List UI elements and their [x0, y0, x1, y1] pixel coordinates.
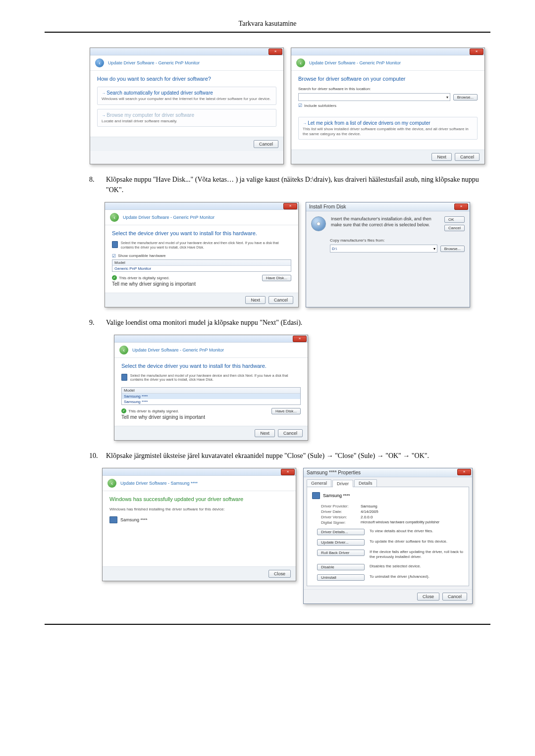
- have-disk-button[interactable]: Have Disk...: [262, 275, 291, 281]
- tab-general[interactable]: General: [307, 479, 331, 487]
- monitor-icon: [312, 492, 320, 499]
- back-icon[interactable]: ‹: [110, 213, 119, 222]
- chevron-down-icon: ▾: [433, 247, 435, 251]
- browse-button[interactable]: Browse...: [453, 94, 478, 101]
- model-listbox[interactable]: Model Samsung **** Samsung ****: [121, 387, 301, 405]
- driver-details-button[interactable]: Driver Details...: [317, 529, 365, 535]
- close-icon[interactable]: ×: [293, 336, 307, 342]
- heading: How do you want to search for driver sof…: [97, 76, 276, 82]
- path-dropdown[interactable]: D:\▾: [330, 245, 437, 252]
- show-compatible-checkbox[interactable]: Show compatible hardware: [112, 253, 291, 258]
- action-description: To update the driver software for this d…: [370, 539, 464, 544]
- heading: Select the device driver you want to ins…: [121, 363, 301, 369]
- crumb-label: Update Driver Software - Samsung ****: [120, 481, 198, 486]
- close-icon[interactable]: ×: [457, 469, 471, 475]
- page-header: Tarkvara kasutamine: [45, 20, 490, 33]
- have-disk-button[interactable]: Have Disk...: [271, 408, 301, 414]
- kv-value: microsoft windows hardware compatibility…: [361, 520, 439, 525]
- crumb-label: Update Driver Software - Generic PnP Mon…: [123, 215, 214, 220]
- kv-value: Samsung: [361, 504, 377, 508]
- cancel-button[interactable]: Cancel: [268, 296, 293, 304]
- kv-key: Driver Version:: [321, 515, 361, 519]
- cancel-button[interactable]: Cancel: [442, 593, 467, 601]
- next-button[interactable]: Next: [255, 429, 275, 437]
- heading: Windows has successfully updated your dr…: [109, 496, 289, 502]
- list-item[interactable]: Samsung ****: [122, 399, 300, 404]
- device-name: Samsung ****: [323, 493, 350, 498]
- signed-ok-icon: ✓: [121, 408, 126, 413]
- list-item[interactable]: Generic PnP Monitor: [112, 266, 291, 271]
- action-description: If the device fails after updating the d…: [370, 550, 464, 560]
- close-icon[interactable]: ×: [268, 49, 282, 55]
- heading: Select the device driver you want to ins…: [112, 230, 291, 236]
- close-button[interactable]: Close: [268, 570, 291, 578]
- breadcrumb: ‹ Update Driver Software - Generic PnP M…: [105, 210, 298, 225]
- include-subfolders-checkbox[interactable]: Include subfolders: [298, 103, 478, 108]
- back-icon[interactable]: ‹: [119, 346, 128, 354]
- signing-link[interactable]: Tell me why driver signing is important: [112, 281, 196, 287]
- copy-from-label: Copy manufacturer's files from:: [330, 238, 465, 243]
- step-number: 8.: [89, 174, 106, 195]
- back-icon[interactable]: ‹: [107, 479, 116, 488]
- path-dropdown[interactable]: ▾: [298, 93, 450, 101]
- browse-dialog: × ‹ Update Driver Software - Generic PnP…: [291, 48, 485, 164]
- uninstall-button[interactable]: Uninstall: [317, 574, 365, 581]
- device-name: Samsung ****: [120, 517, 148, 522]
- close-icon[interactable]: ×: [470, 49, 483, 55]
- cancel-button[interactable]: Cancel: [455, 153, 480, 161]
- kv-value: 4/14/2005: [361, 509, 378, 514]
- search-label: Search for driver software in this locat…: [298, 87, 478, 91]
- update-complete-dialog: × ‹ Update Driver Software - Samsung ***…: [102, 468, 296, 581]
- step-number: 9.: [89, 317, 106, 328]
- browse-button[interactable]: Browse...: [440, 246, 465, 252]
- disc-icon: [311, 216, 326, 231]
- cancel-button[interactable]: Cancel: [444, 225, 465, 231]
- column-header: Model: [112, 260, 291, 266]
- cancel-button[interactable]: Cancel: [278, 429, 303, 437]
- next-button[interactable]: Next: [431, 153, 452, 161]
- step-number: 10.: [89, 451, 106, 461]
- titlebar: Samsung **** Properties×: [304, 468, 472, 477]
- next-button[interactable]: Next: [245, 296, 266, 304]
- sub-description: Select the manufacturer and model of you…: [121, 241, 291, 250]
- disable-button[interactable]: Disable: [317, 564, 365, 570]
- step-text: Valige loendist oma monitori mudel ja kl…: [106, 317, 490, 328]
- tab-driver[interactable]: Driver: [332, 480, 353, 487]
- close-icon[interactable]: ×: [281, 469, 295, 475]
- back-icon[interactable]: ‹: [296, 58, 305, 67]
- column-header: Model: [122, 388, 300, 394]
- kv-key: Driver Date:: [321, 509, 361, 514]
- back-icon[interactable]: ‹: [95, 58, 104, 67]
- close-icon[interactable]: ×: [454, 203, 468, 210]
- kv-key: Digital Signer:: [321, 520, 361, 525]
- install-from-disk-dialog: Install From Disk× Insert the manufactur…: [306, 202, 470, 307]
- option-browse[interactable]: Browse my computer for driver software L…: [97, 109, 276, 127]
- message: Insert the manufacturer's installation d…: [331, 216, 439, 231]
- sub-description: Windows has finished installing the driv…: [109, 507, 289, 511]
- model-listbox[interactable]: Model Generic PnP Monitor: [112, 259, 291, 272]
- signed-text: This driver is digitally signed.: [128, 409, 179, 413]
- footer-rule: [45, 624, 490, 625]
- list-item[interactable]: Samsung ****: [122, 394, 300, 399]
- rollback-driver-button[interactable]: Roll Back Driver: [317, 550, 365, 556]
- breadcrumb: ‹ Update Driver Software - Generic PnP M…: [291, 55, 484, 71]
- titlebar: Install From Disk×: [306, 202, 470, 211]
- tab-details[interactable]: Details: [354, 479, 377, 487]
- select-driver-dialog: × ‹ Update Driver Software - Generic PnP…: [105, 202, 299, 307]
- titlebar: ×: [114, 335, 308, 343]
- crumb-label: Update Driver Software - Generic PnP Mon…: [309, 60, 401, 65]
- update-driver-button[interactable]: Update Driver...: [317, 539, 365, 546]
- crumb-label: Update Driver Software - Generic PnP Mon…: [132, 348, 224, 353]
- cancel-button[interactable]: Cancel: [254, 140, 278, 148]
- signed-ok-icon: ✓: [112, 275, 117, 280]
- step-text: Klõpsake nuppu "Have Disk..." (Võta keta…: [106, 174, 490, 195]
- option-search-auto[interactable]: Search automatically for updated driver …: [97, 87, 276, 105]
- sub-description: Select the manufacturer and model of you…: [130, 374, 301, 382]
- select-model-dialog: × ‹ Update Driver Software - Generic PnP…: [114, 335, 308, 441]
- close-button[interactable]: Close: [417, 593, 439, 601]
- close-icon[interactable]: ×: [283, 203, 297, 209]
- option-pick-from-list[interactable]: Let me pick from a list of device driver…: [298, 117, 478, 140]
- signing-link[interactable]: Tell me why driver signing is important: [121, 414, 205, 420]
- ok-button[interactable]: OK: [444, 216, 465, 223]
- device-properties-dialog: Samsung **** Properties× General Driver …: [303, 468, 473, 604]
